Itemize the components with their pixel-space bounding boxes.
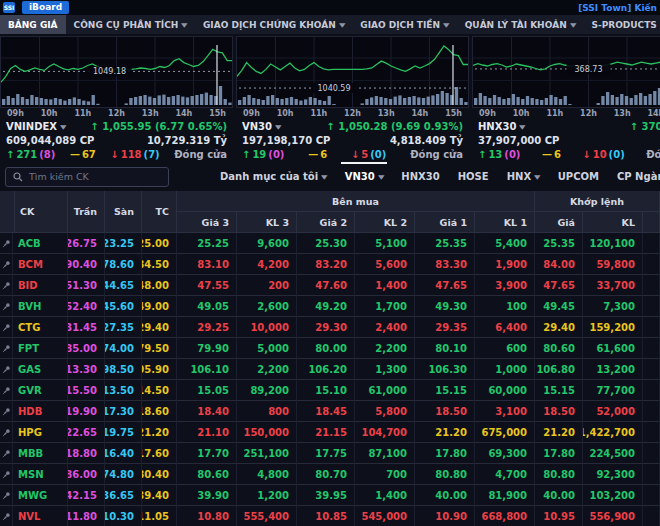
match-price-cell[interactable]: 106.80 xyxy=(535,359,583,380)
match-price-cell[interactable]: 80.80 xyxy=(535,464,583,485)
buy-price-cell[interactable]: 18.40 xyxy=(177,401,237,422)
buy-price-cell[interactable]: 106.10 xyxy=(177,359,237,380)
ceiling-price-cell[interactable]: 31.45 xyxy=(68,317,105,338)
ssi-logo[interactable]: SSI xyxy=(3,2,15,13)
ticker-cell[interactable]: NVL xyxy=(13,506,68,526)
buy-volume-cell[interactable]: 3,100 xyxy=(475,401,535,422)
buy-volume-cell[interactable]: 150,000 xyxy=(237,422,297,443)
match-volume-cell[interactable]: 33,700 xyxy=(583,275,643,296)
reference-price-cell[interactable]: 105.90 xyxy=(142,359,177,380)
match-volume-cell[interactable]: 556,900 xyxy=(583,506,643,526)
ceiling-price-cell[interactable]: 15.50 xyxy=(68,380,105,401)
pin-cell[interactable] xyxy=(0,275,13,296)
buy-volume-cell[interactable]: 5,000 xyxy=(237,338,297,359)
buy-price-cell[interactable]: 25.35 xyxy=(415,233,475,254)
floor-price-cell[interactable]: 17.30 xyxy=(105,401,142,422)
index-name[interactable]: HNX30▼ xyxy=(478,120,525,134)
col-header-vol1[interactable]: KL 1 xyxy=(475,212,535,233)
buy-volume-cell[interactable]: 60,000 xyxy=(475,380,535,401)
buy-price-cell[interactable]: 80.80 xyxy=(415,464,475,485)
pin-cell[interactable] xyxy=(0,464,13,485)
buy-price-cell[interactable]: 18.45 xyxy=(297,401,355,422)
buy-price-cell[interactable]: 47.55 xyxy=(177,275,237,296)
chart-area-hnx30[interactable]: 368.73 xyxy=(472,36,660,108)
floor-price-cell[interactable]: 44.65 xyxy=(105,275,142,296)
ceiling-price-cell[interactable]: 42.15 xyxy=(68,485,105,506)
buy-price-cell[interactable]: 21.10 xyxy=(177,422,237,443)
buy-volume-cell[interactable]: 1,700 xyxy=(355,296,415,317)
match-price-cell[interactable]: 25.35 xyxy=(535,233,583,254)
floor-price-cell[interactable]: 36.65 xyxy=(105,485,142,506)
ceiling-price-cell[interactable]: 51.30 xyxy=(68,275,105,296)
buy-volume-cell[interactable]: 2,200 xyxy=(237,359,297,380)
buy-price-cell[interactable]: 39.90 xyxy=(177,485,237,506)
buy-volume-cell[interactable]: 1,900 xyxy=(475,254,535,275)
match-price-cell[interactable]: 15.15 xyxy=(535,380,583,401)
buy-volume-cell[interactable]: 668,800 xyxy=(475,506,535,526)
buy-volume-cell[interactable]: 61,000 xyxy=(355,380,415,401)
tab-vn30[interactable]: VN30▼ xyxy=(336,162,393,191)
buy-volume-cell[interactable]: 5,600 xyxy=(355,254,415,275)
buy-price-cell[interactable]: 18.50 xyxy=(415,401,475,422)
reference-price-cell[interactable]: 80.40 xyxy=(142,464,177,485)
match-volume-cell[interactable]: 7,300 xyxy=(583,296,643,317)
ticker-cell[interactable]: BID xyxy=(13,275,68,296)
menu-item-4[interactable]: QUẢN LÝ TÀI KHOẢN▼ xyxy=(457,15,584,34)
ceiling-price-cell[interactable]: 90.40 xyxy=(68,254,105,275)
buy-price-cell[interactable]: 10.80 xyxy=(177,506,237,526)
floor-price-cell[interactable]: 10.30 xyxy=(105,506,142,526)
match-price-cell[interactable]: 47.65 xyxy=(535,275,583,296)
menu-item-5[interactable]: S-PRODUCTS▼ xyxy=(583,15,660,34)
buy-volume-cell[interactable]: 104,700 xyxy=(355,422,415,443)
buy-volume-cell[interactable]: 800 xyxy=(237,401,297,422)
col-header-match-price[interactable]: Giá xyxy=(535,212,583,233)
buy-price-cell[interactable]: 49.20 xyxy=(297,296,355,317)
ceiling-price-cell[interactable]: 22.65 xyxy=(68,422,105,443)
tab-cp-ng-nh[interactable]: CP Ngành▼ xyxy=(608,162,660,191)
buy-volume-cell[interactable]: 5,400 xyxy=(475,233,535,254)
col-header-reference[interactable]: TC xyxy=(142,191,177,233)
search-input[interactable]: Tìm kiếm CK xyxy=(5,167,169,187)
buy-price-cell[interactable]: 47.60 xyxy=(297,275,355,296)
match-volume-cell[interactable]: 1,422,700 xyxy=(583,422,643,443)
col-header-vol3[interactable]: KL 3 xyxy=(237,212,297,233)
buy-volume-cell[interactable]: 69,300 xyxy=(475,443,535,464)
reference-price-cell[interactable]: 39.40 xyxy=(142,485,177,506)
match-volume-cell[interactable]: 159,200 xyxy=(583,317,643,338)
buy-price-cell[interactable]: 17.80 xyxy=(415,443,475,464)
buy-price-cell[interactable]: 25.25 xyxy=(177,233,237,254)
buy-volume-cell[interactable]: 1,200 xyxy=(237,485,297,506)
buy-price-cell[interactable]: 79.90 xyxy=(177,338,237,359)
buy-price-cell[interactable]: 10.85 xyxy=(297,506,355,526)
match-price-cell[interactable]: 80.60 xyxy=(535,338,583,359)
buy-volume-cell[interactable]: 700 xyxy=(355,464,415,485)
ceiling-price-cell[interactable]: 18.80 xyxy=(68,443,105,464)
index-name[interactable]: VN30▼ xyxy=(242,120,281,134)
pin-cell[interactable] xyxy=(0,359,13,380)
reference-price-cell[interactable]: 84.50 xyxy=(142,254,177,275)
match-volume-cell[interactable]: 103,200 xyxy=(583,485,643,506)
buy-volume-cell[interactable]: 2,600 xyxy=(237,296,297,317)
buy-volume-cell[interactable]: 81,900 xyxy=(475,485,535,506)
reference-price-cell[interactable]: 48.00 xyxy=(142,275,177,296)
match-volume-cell[interactable]: 59,800 xyxy=(583,254,643,275)
match-volume-cell[interactable]: 13,200 xyxy=(583,359,643,380)
buy-volume-cell[interactable]: 9,600 xyxy=(237,233,297,254)
buy-price-cell[interactable]: 83.30 xyxy=(415,254,475,275)
match-volume-cell[interactable]: 52,000 xyxy=(583,401,643,422)
ceiling-price-cell[interactable]: 85.00 xyxy=(68,338,105,359)
buy-price-cell[interactable]: 29.30 xyxy=(297,317,355,338)
reference-price-cell[interactable]: 29.40 xyxy=(142,317,177,338)
floor-price-cell[interactable]: 74.00 xyxy=(105,338,142,359)
match-price-cell[interactable]: 21.20 xyxy=(535,422,583,443)
ticker-cell[interactable]: HPG xyxy=(13,422,68,443)
buy-volume-cell[interactable]: 1,400 xyxy=(355,275,415,296)
buy-volume-cell[interactable]: 545,000 xyxy=(355,506,415,526)
buy-price-cell[interactable]: 39.95 xyxy=(297,485,355,506)
floor-price-cell[interactable]: 19.75 xyxy=(105,422,142,443)
ceiling-price-cell[interactable]: 26.75 xyxy=(68,233,105,254)
match-volume-cell[interactable]: 224,500 xyxy=(583,443,643,464)
match-price-cell[interactable]: 40.00 xyxy=(535,485,583,506)
buy-price-cell[interactable]: 17.75 xyxy=(297,443,355,464)
match-price-cell[interactable]: 29.40 xyxy=(535,317,583,338)
